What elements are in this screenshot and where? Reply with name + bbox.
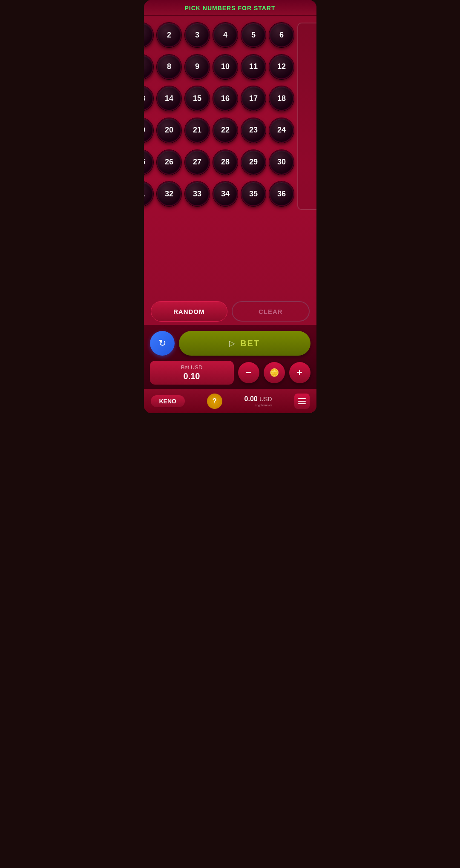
number-ball-3[interactable]: 3 bbox=[185, 23, 210, 47]
number-ball-30[interactable]: 30 bbox=[269, 150, 294, 175]
number-ball-19[interactable]: 19 bbox=[144, 118, 154, 143]
number-ball-16[interactable]: 16 bbox=[213, 86, 238, 111]
number-ball-6[interactable]: 6 bbox=[269, 23, 294, 47]
footer: KENO ? 0.00 USD cryptonews bbox=[144, 389, 316, 413]
balance-amount: 0.00 bbox=[244, 395, 258, 402]
stack-icon: 🪙 bbox=[270, 368, 279, 377]
number-ball-26[interactable]: 26 bbox=[157, 150, 181, 175]
action-buttons: RANDOM CLEAR bbox=[149, 301, 311, 322]
number-ball-10[interactable]: 10 bbox=[213, 55, 238, 79]
number-ball-5[interactable]: 5 bbox=[241, 23, 266, 47]
bet-decrease-button[interactable]: − bbox=[238, 362, 259, 383]
number-ball-1[interactable]: 1 bbox=[144, 23, 154, 47]
play-icon: ▷ bbox=[229, 339, 235, 348]
help-button[interactable]: ? bbox=[207, 394, 222, 409]
menu-line-2 bbox=[298, 401, 306, 402]
number-ball-32[interactable]: 32 bbox=[157, 181, 181, 206]
header-title: PICK NUMBERS FOR START bbox=[184, 5, 275, 11]
number-ball-4[interactable]: 4 bbox=[213, 23, 238, 47]
number-ball-12[interactable]: 12 bbox=[269, 55, 294, 79]
bet-stack-button[interactable]: 🪙 bbox=[264, 362, 285, 383]
number-ball-22[interactable]: 22 bbox=[213, 118, 238, 143]
number-ball-36[interactable]: 36 bbox=[269, 181, 294, 206]
bet-row: ↻ ▷ BET bbox=[150, 331, 310, 356]
number-ball-13[interactable]: 13 bbox=[144, 86, 154, 111]
clear-button[interactable]: CLEAR bbox=[232, 301, 310, 322]
menu-button[interactable] bbox=[294, 394, 310, 409]
number-ball-34[interactable]: 34 bbox=[213, 181, 238, 206]
number-ball-18[interactable]: 18 bbox=[269, 86, 294, 111]
number-ball-25[interactable]: 25 bbox=[144, 150, 154, 175]
number-ball-28[interactable]: 28 bbox=[213, 150, 238, 175]
bet-usd-label: Bet USD bbox=[181, 364, 203, 371]
balance-currency: USD bbox=[259, 396, 272, 402]
bet-amount-row: Bet USD 0.10 − 🪙 + bbox=[150, 361, 310, 385]
numbers-grid: 1234567891011121314151617181920212223242… bbox=[144, 23, 294, 210]
app-container: PICK NUMBERS FOR START 12345678910111213… bbox=[144, 0, 316, 413]
random-button[interactable]: RANDOM bbox=[151, 301, 228, 322]
game-area: 1234567891011121314151617181920212223242… bbox=[144, 16, 316, 294]
menu-line-3 bbox=[298, 403, 306, 404]
header: PICK NUMBERS FOR START bbox=[144, 0, 316, 16]
watermark: cryptonews bbox=[244, 403, 272, 407]
number-ball-31[interactable]: 31 bbox=[144, 181, 154, 206]
number-ball-27[interactable]: 27 bbox=[185, 150, 210, 175]
auto-button[interactable]: ↻ bbox=[150, 331, 175, 356]
keno-button[interactable]: KENO bbox=[151, 395, 185, 407]
bet-amount-box: Bet USD 0.10 bbox=[150, 361, 234, 385]
auto-icon: ↻ bbox=[158, 338, 166, 349]
numbers-layout: 1234567891011121314151617181920212223242… bbox=[149, 23, 311, 210]
number-ball-7[interactable]: 7 bbox=[144, 55, 154, 79]
bet-value: 0.10 bbox=[184, 371, 200, 381]
number-ball-2[interactable]: 2 bbox=[157, 23, 181, 47]
number-ball-11[interactable]: 11 bbox=[241, 55, 266, 79]
number-ball-33[interactable]: 33 bbox=[185, 181, 210, 206]
bet-button[interactable]: ▷ BET bbox=[179, 331, 310, 356]
number-ball-24[interactable]: 24 bbox=[269, 118, 294, 143]
footer-balance: 0.00 USD cryptonews bbox=[244, 395, 272, 407]
number-ball-9[interactable]: 9 bbox=[185, 55, 210, 79]
menu-line-1 bbox=[298, 398, 306, 399]
number-ball-35[interactable]: 35 bbox=[241, 181, 266, 206]
number-ball-29[interactable]: 29 bbox=[241, 150, 266, 175]
number-ball-23[interactable]: 23 bbox=[241, 118, 266, 143]
number-ball-15[interactable]: 15 bbox=[185, 86, 210, 111]
number-ball-21[interactable]: 21 bbox=[185, 118, 210, 143]
number-ball-14[interactable]: 14 bbox=[157, 86, 181, 111]
bet-increase-button[interactable]: + bbox=[289, 362, 310, 383]
controls-area: ↻ ▷ BET Bet USD 0.10 − 🪙 + bbox=[144, 325, 316, 389]
number-ball-17[interactable]: 17 bbox=[241, 86, 266, 111]
number-ball-8[interactable]: 8 bbox=[157, 55, 181, 79]
number-ball-20[interactable]: 20 bbox=[157, 118, 181, 143]
side-panel bbox=[297, 23, 316, 210]
bet-button-label: BET bbox=[240, 339, 260, 348]
